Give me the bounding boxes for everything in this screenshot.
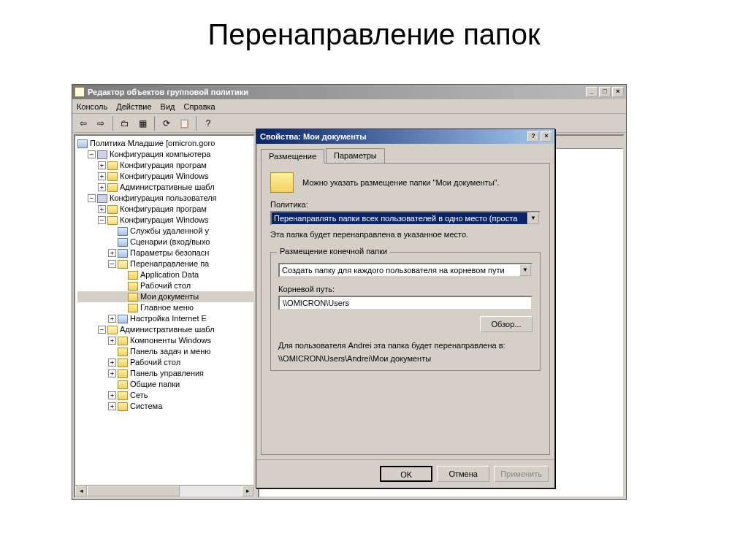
computer-icon	[97, 150, 107, 159]
collapse-icon[interactable]: −	[88, 150, 96, 158]
menu-view[interactable]: Вид	[161, 102, 175, 111]
collapse-icon[interactable]: −	[98, 216, 106, 224]
menu-action[interactable]: Действие	[116, 102, 151, 111]
browse-button[interactable]: Обзор...	[480, 316, 533, 332]
properties-dialog: Свойства: Мои документы ? × Размещение П…	[256, 129, 555, 488]
ie-icon	[118, 315, 128, 323]
separator	[112, 116, 113, 131]
tab-location[interactable]: Размещение	[261, 149, 324, 164]
refresh-button[interactable]: ⟳	[159, 115, 175, 131]
export-button[interactable]: 📋	[176, 115, 192, 131]
cancel-button[interactable]: Отмена	[437, 466, 489, 482]
close-button[interactable]: ×	[612, 87, 624, 97]
tree-root[interactable]: Политика Младшие [omicron.goro	[77, 138, 253, 149]
folder-icon	[118, 380, 128, 389]
tree-node[interactable]: Службы удаленной у	[77, 226, 253, 237]
tree-node[interactable]: Панель задач и меню	[77, 346, 253, 357]
expand-icon[interactable]: +	[108, 369, 116, 377]
expand-icon[interactable]: +	[98, 161, 106, 169]
scroll-left-button[interactable]: ◂	[75, 486, 87, 496]
policy-select[interactable]: Перенаправлять папки всех пользователей …	[270, 211, 541, 226]
tree-label: Система	[130, 401, 162, 412]
dropdown-arrow-icon[interactable]: ▼	[527, 212, 539, 224]
collapse-icon[interactable]: −	[108, 260, 116, 268]
tree-label: Рабочий стол	[140, 280, 191, 291]
folder-icon	[107, 183, 118, 192]
ok-button[interactable]: OK	[380, 466, 432, 482]
tree-node[interactable]: +Параметры безопасн	[77, 248, 253, 258]
tree-node[interactable]: +Конфигурация програм	[77, 204, 253, 215]
group-legend: Размещение конечной папки	[277, 247, 390, 256]
forward-button[interactable]: ⇨	[93, 115, 109, 131]
tree-node[interactable]: Application Data	[77, 269, 253, 280]
tab-parameters[interactable]: Параметры	[326, 148, 385, 163]
help-button[interactable]: ?	[527, 131, 539, 142]
apply-button[interactable]: Применить	[494, 466, 549, 482]
menu-console[interactable]: Консоль	[77, 102, 107, 111]
folder-open-icon	[107, 326, 118, 334]
tree-node[interactable]: −Конфигурация Windows	[77, 215, 253, 226]
minimize-button[interactable]: _	[586, 87, 598, 97]
dropdown-arrow-icon[interactable]: ▼	[519, 264, 531, 276]
tree-node-folder-redirect[interactable]: −Перенаправление па	[77, 258, 253, 269]
tree-node[interactable]: +Сеть	[77, 390, 253, 401]
tree-node[interactable]: Общие папки	[77, 379, 253, 390]
properties-button[interactable]: ▦	[134, 115, 150, 131]
tree-node-user-config[interactable]: −Конфигурация пользователя	[77, 193, 253, 204]
tree-label: Панель задач и меню	[130, 346, 211, 357]
tree-label: Параметры безопасн	[130, 248, 209, 258]
tree-label: Общие папки	[130, 379, 180, 390]
tree-node[interactable]: +Конфигурация програм	[77, 160, 253, 171]
folder-icon	[118, 358, 128, 367]
tree-label: Конфигурация Windows	[120, 171, 209, 182]
tree-label: Административные шабл	[120, 182, 215, 193]
tree-node[interactable]: Сценарии (вход/выхо	[77, 237, 253, 248]
expand-icon[interactable]: +	[98, 205, 106, 213]
scroll-track[interactable]	[87, 486, 242, 496]
script-icon	[118, 238, 128, 247]
scroll-right-button[interactable]: ▸	[242, 486, 253, 496]
close-button[interactable]: ×	[541, 131, 552, 142]
expand-icon[interactable]: +	[108, 402, 116, 410]
maximize-button[interactable]: □	[599, 87, 611, 97]
tree-node-computer-config[interactable]: −Конфигурация компьютера	[77, 149, 253, 160]
expand-icon[interactable]: +	[98, 183, 106, 191]
tree-node-my-documents[interactable]: Мои документы	[77, 291, 253, 302]
tree-node[interactable]: +Рабочий стол	[77, 357, 253, 368]
expand-icon[interactable]: +	[108, 337, 116, 345]
destination-value: Создать папку для каждого пользователя н…	[280, 264, 519, 276]
folder-icon	[118, 391, 128, 400]
tree-node[interactable]: +Настройка Internet E	[77, 313, 253, 324]
expand-icon[interactable]: +	[108, 391, 116, 399]
tree-node[interactable]: +Административные шабл	[77, 182, 253, 193]
collapse-icon[interactable]: −	[98, 326, 106, 334]
menu-help[interactable]: Справка	[184, 102, 215, 111]
scroll-thumb[interactable]	[87, 486, 180, 496]
folder-open-icon	[118, 260, 128, 269]
root-path-input[interactable]	[278, 296, 533, 310]
tree-node[interactable]: +Компоненты Windows	[77, 335, 253, 346]
destination-select[interactable]: Создать папку для каждого пользователя н…	[278, 263, 533, 277]
expand-icon[interactable]: +	[98, 172, 106, 180]
folder-icon	[118, 348, 128, 356]
tree-node[interactable]: −Административные шабл	[77, 324, 253, 335]
tree-label: Административные шабл	[120, 324, 215, 335]
expand-icon[interactable]: +	[108, 358, 116, 367]
policy-label: Политика:	[270, 200, 541, 209]
horizontal-scrollbar[interactable]: ◂ ▸	[75, 485, 253, 496]
tree-node[interactable]: Рабочий стол	[77, 280, 253, 291]
tree-label: Сеть	[130, 390, 148, 401]
collapse-icon[interactable]: −	[88, 194, 96, 202]
expand-icon[interactable]: +	[108, 249, 116, 257]
tree-node[interactable]: +Система	[77, 401, 253, 412]
tree-node[interactable]: +Панель управления	[77, 368, 253, 379]
folder-open-icon	[107, 216, 118, 225]
tree-node[interactable]: +Конфигурация Windows	[77, 171, 253, 182]
tree-node[interactable]: Главное меню	[77, 302, 253, 313]
up-button[interactable]: 🗀	[117, 115, 133, 131]
folder-icon	[107, 172, 118, 181]
tree-label: Конфигурация пользователя	[110, 193, 217, 204]
help-button[interactable]: ?	[200, 115, 216, 131]
expand-icon[interactable]: +	[108, 315, 116, 323]
back-button[interactable]: ⇦	[75, 115, 91, 131]
